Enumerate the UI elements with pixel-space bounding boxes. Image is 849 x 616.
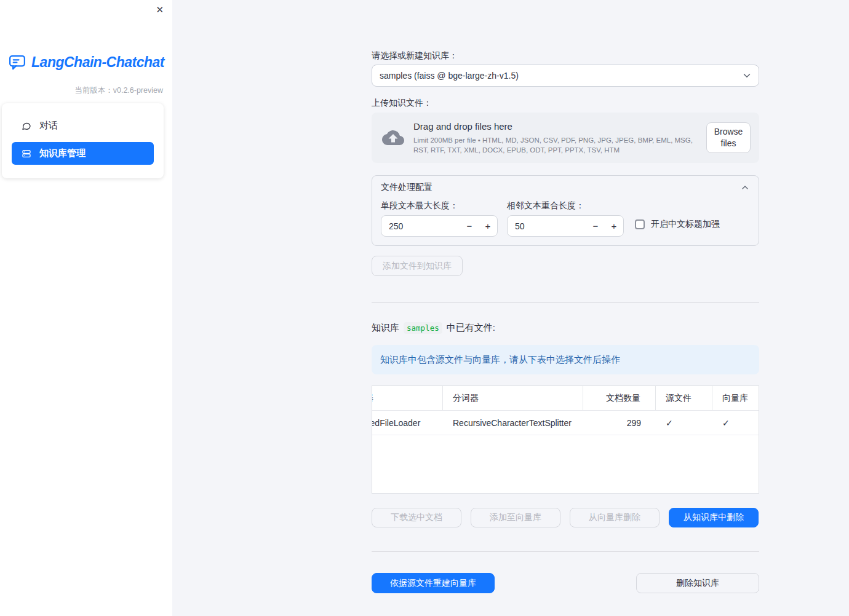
- delete-from-vector-store-button[interactable]: 从向量库删除: [570, 508, 660, 527]
- upload-label: 上传知识文件：: [372, 98, 432, 109]
- chevron-up-icon: [740, 183, 750, 192]
- zh-title-enhance-row: 开启中文标题加强: [635, 219, 720, 230]
- add-files-to-kb-button[interactable]: 添加文件到知识库: [372, 256, 463, 276]
- browse-files-button[interactable]: Browse files: [706, 122, 751, 153]
- cell-splitter: RecursiveCharacterTextSplitter: [443, 411, 583, 435]
- file-dropzone[interactable]: Drag and drop files here Limit 200MB per…: [372, 113, 759, 163]
- kb-files-suffix: 中已有文件:: [447, 322, 495, 334]
- col-header-vector-store[interactable]: 向量库: [712, 386, 759, 410]
- file-config-expander: 文件处理配置 单段文本最大长度： 相邻文本重合长度： 250 − + 50 − …: [372, 175, 759, 246]
- expander-header[interactable]: 文件处理配置: [372, 176, 759, 199]
- cell-doc-count: 299: [583, 411, 656, 435]
- sidebar: ✕ LangChain-Chatchat 当前版本：v0.2.6-preview…: [0, 0, 172, 616]
- dropzone-title: Drag and drop files here: [413, 121, 706, 132]
- table-grid: 文档加载器 分词器 文档数量 源文件 向量库 UnstructuredFileL…: [372, 386, 759, 435]
- sidebar-item-label: 对话: [39, 120, 58, 132]
- kb-select[interactable]: samples (faiss @ bge-large-zh-v1.5): [372, 65, 759, 87]
- sidebar-item-label: 知识库管理: [39, 148, 86, 159]
- rebuild-vector-store-button[interactable]: 依据源文件重建向量库: [372, 573, 495, 593]
- close-sidebar-icon[interactable]: ✕: [156, 5, 164, 14]
- sidebar-item-dialogue[interactable]: 对话: [12, 114, 154, 137]
- expander-title: 文件处理配置: [381, 182, 432, 193]
- chunk-size-label: 单段文本最大长度：: [381, 200, 458, 211]
- chunk-overlap-value[interactable]: 50: [508, 221, 586, 231]
- table-header-row: 文档加载器 分词器 文档数量 源文件 向量库: [372, 386, 759, 411]
- info-banner: 知识库中包含源文件与向量库，请从下表中选择文件后操作: [372, 345, 759, 374]
- add-to-vector-store-button[interactable]: 添加至向量库: [471, 508, 560, 527]
- kb-name-code: samples: [404, 322, 442, 334]
- divider: [372, 551, 759, 552]
- sidebar-menu: 对话 知识库管理: [2, 103, 164, 178]
- chunk-overlap-label: 相邻文本重合长度：: [507, 200, 584, 211]
- version-label: 当前版本：v0.2.6-preview: [74, 85, 163, 96]
- divider: [372, 302, 759, 302]
- cloud-upload-icon: [381, 128, 405, 147]
- download-selected-docs-button[interactable]: 下载选中文档: [372, 508, 461, 527]
- kb-select-value: samples (faiss @ bge-large-zh-v1.5): [380, 71, 519, 81]
- zh-title-enhance-label[interactable]: 开启中文标题加强: [651, 219, 720, 230]
- chat-bubble-icon: [22, 121, 31, 131]
- dropzone-text: Drag and drop files here Limit 200MB per…: [413, 121, 706, 155]
- minus-button[interactable]: −: [460, 221, 479, 231]
- kb-files-heading: 知识库 samples 中已有文件:: [372, 322, 495, 334]
- logo-text: LangChain-Chatchat: [31, 54, 164, 71]
- chunk-size-value[interactable]: 250: [381, 221, 460, 231]
- kb-select-label: 请选择或新建知识库：: [372, 50, 458, 61]
- chunk-overlap-input[interactable]: 50 − +: [507, 215, 624, 237]
- delete-kb-button[interactable]: 删除知识库: [636, 573, 759, 593]
- sidebar-item-kb-management[interactable]: 知识库管理: [12, 142, 154, 165]
- kb-files-table: 文档加载器 分词器 文档数量 源文件 向量库 UnstructuredFileL…: [372, 385, 759, 494]
- col-header-splitter[interactable]: 分词器: [443, 386, 583, 410]
- plus-button[interactable]: +: [479, 221, 497, 231]
- plus-button[interactable]: +: [605, 221, 623, 231]
- chevron-down-icon: [741, 70, 752, 81]
- table-row[interactable]: UnstructuredFileLoader RecursiveCharacte…: [372, 411, 759, 435]
- kb-files-prefix: 知识库: [372, 322, 399, 334]
- col-header-source-file[interactable]: 源文件: [656, 386, 712, 410]
- delete-from-kb-button[interactable]: 从知识库中删除: [669, 508, 759, 527]
- chunk-size-input[interactable]: 250 − +: [381, 215, 498, 237]
- col-header-loader[interactable]: 文档加载器: [372, 386, 443, 410]
- cell-source-file-check: ✓: [656, 411, 712, 435]
- dropzone-hint: Limit 200MB per file • HTML, MD, JSON, C…: [413, 135, 706, 155]
- col-header-doc-count[interactable]: 文档数量: [583, 386, 656, 410]
- zh-title-enhance-checkbox[interactable]: [635, 219, 645, 229]
- main-content: 请选择或新建知识库： samples (faiss @ bge-large-zh…: [372, 0, 759, 616]
- minus-button[interactable]: −: [586, 221, 605, 231]
- database-stack-icon: [22, 149, 31, 159]
- cell-loader: UnstructuredFileLoader: [372, 411, 443, 435]
- app-logo: LangChain-Chatchat: [0, 53, 172, 71]
- logo-chat-icon: [8, 53, 26, 71]
- cell-vector-store-check: ✓: [712, 411, 759, 435]
